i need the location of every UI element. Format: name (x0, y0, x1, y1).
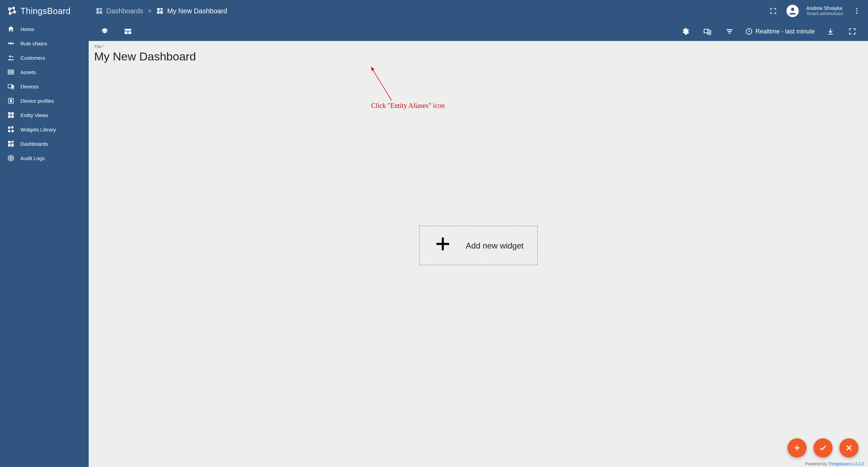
close-icon (844, 443, 853, 452)
annotation-text: Click "Entity Aliases" icon (371, 102, 445, 110)
svg-rect-38 (8, 115, 11, 118)
entity-aliases-icon (703, 27, 712, 36)
svg-rect-8 (97, 8, 99, 11)
svg-rect-11 (97, 11, 99, 14)
timewindow-label: Realtime - last minute (755, 28, 815, 35)
customers-icon (7, 54, 15, 61)
svg-rect-54 (128, 31, 131, 34)
svg-rect-10 (100, 10, 102, 11)
thingsboard-logo-icon (5, 5, 18, 17)
plus-icon (433, 235, 452, 257)
avatar[interactable] (786, 5, 799, 17)
app-header: ThingsBoard Dashboards > My New Dashboar… (0, 0, 868, 22)
svg-rect-47 (8, 144, 11, 146)
home-icon (7, 25, 15, 33)
user-info: Andrew Shvayka Tenant administrator (806, 5, 843, 17)
fab-apply-button[interactable] (813, 438, 833, 457)
sidebar-item-label: Widgets Library (20, 127, 56, 132)
svg-point-51 (11, 158, 12, 159)
dashboard-icon (156, 7, 164, 15)
sidebar-item-widgets-library[interactable]: Widgets Library (0, 122, 89, 137)
audit-logs-icon (7, 154, 15, 162)
sidebar-item-devices[interactable]: Devices (0, 79, 89, 94)
sidebar-item-label: Customers (20, 55, 45, 61)
device-profiles-icon (7, 97, 15, 104)
dashboards-icon (7, 140, 15, 147)
fab-group (788, 438, 858, 457)
svg-rect-37 (11, 112, 14, 115)
filters-button[interactable] (723, 25, 736, 38)
gear-icon (681, 27, 689, 36)
svg-point-22 (8, 43, 9, 44)
svg-rect-46 (11, 143, 14, 143)
download-icon (826, 27, 835, 36)
breadcrumb-root[interactable]: Dashboards (95, 7, 143, 15)
add-widget-label: Add new widget (466, 241, 524, 250)
more-vert-icon (853, 7, 860, 15)
title-field-label: Title * (94, 44, 863, 49)
dashboard-title[interactable]: My New Dashboard (94, 50, 863, 63)
entity-aliases-button[interactable] (701, 25, 714, 38)
svg-rect-15 (160, 10, 163, 11)
sidebar-item-dashboards[interactable]: Dashboards (0, 137, 89, 151)
svg-rect-39 (11, 115, 14, 118)
sidebar-item-entity-views[interactable]: Entity Views (0, 108, 89, 122)
sidebar-item-device-profiles[interactable]: Device profiles (0, 94, 89, 108)
fullscreen-icon (769, 7, 777, 15)
layouts-icon (123, 27, 132, 36)
svg-rect-36 (8, 112, 11, 115)
svg-rect-12 (100, 11, 102, 14)
svg-rect-14 (160, 8, 163, 10)
svg-rect-26 (8, 70, 14, 74)
layouts-button[interactable] (121, 25, 134, 38)
sidebar: Home Rule chains Customers Assets Device… (0, 22, 89, 467)
header-right: Andrew Shvayka Tenant administrator (767, 5, 863, 17)
fullscreen-button[interactable] (767, 5, 779, 17)
timewindow-selector[interactable]: Realtime - last minute (745, 28, 815, 35)
export-button[interactable] (824, 25, 837, 38)
filter-icon (725, 27, 734, 36)
devices-icon (7, 83, 15, 90)
dashboard-content: Title * My New Dashboard Add new widget … (89, 41, 868, 467)
layers-button[interactable] (98, 25, 111, 38)
svg-rect-52 (124, 29, 131, 30)
svg-rect-44 (8, 141, 11, 143)
svg-point-24 (9, 56, 11, 58)
main-area: Realtime - last minute Title * My New Da… (89, 22, 868, 467)
assets-icon (7, 68, 15, 76)
rule-chains-icon (7, 40, 15, 47)
more-menu-button[interactable] (851, 5, 863, 17)
sidebar-item-assets[interactable]: Assets (0, 65, 89, 79)
person-icon (788, 6, 797, 16)
breadcrumb-current[interactable]: My New Dashboard (156, 7, 227, 15)
logo-area[interactable]: ThingsBoard (5, 5, 89, 17)
add-widget-button[interactable]: Add new widget (419, 226, 538, 265)
svg-rect-48 (11, 144, 14, 146)
sidebar-item-label: Assets (20, 69, 36, 75)
sidebar-item-label: Rule chains (20, 41, 47, 46)
svg-point-18 (791, 8, 794, 11)
sidebar-item-label: Devices (20, 84, 39, 89)
sidebar-item-rule-chains[interactable]: Rule chains (0, 36, 89, 51)
svg-point-21 (856, 13, 857, 14)
app-name: ThingsBoard (20, 6, 71, 16)
fab-add-button[interactable] (788, 438, 807, 457)
settings-button[interactable] (679, 25, 691, 38)
sidebar-item-label: Entity Views (20, 112, 48, 118)
sidebar-item-customers[interactable]: Customers (0, 51, 89, 65)
svg-rect-35 (10, 99, 12, 102)
entity-views-icon (7, 111, 15, 119)
fullscreen-dashboard-button[interactable] (846, 25, 858, 38)
svg-rect-17 (160, 11, 163, 14)
sidebar-item-audit-logs[interactable]: Audit Logs (0, 151, 89, 165)
footer-version-link[interactable]: Thingsboard v.3.2.0 (828, 462, 864, 466)
sidebar-item-home[interactable]: Home (0, 22, 89, 36)
layers-icon (100, 27, 109, 36)
svg-rect-53 (124, 31, 128, 34)
fab-cancel-button[interactable] (839, 438, 858, 457)
footer: Powered by Thingsboard v.3.2.0 (805, 462, 864, 466)
svg-point-23 (13, 43, 14, 44)
svg-line-64 (371, 67, 392, 100)
footer-powered-by: Powered by (805, 462, 828, 466)
check-icon (819, 443, 827, 452)
